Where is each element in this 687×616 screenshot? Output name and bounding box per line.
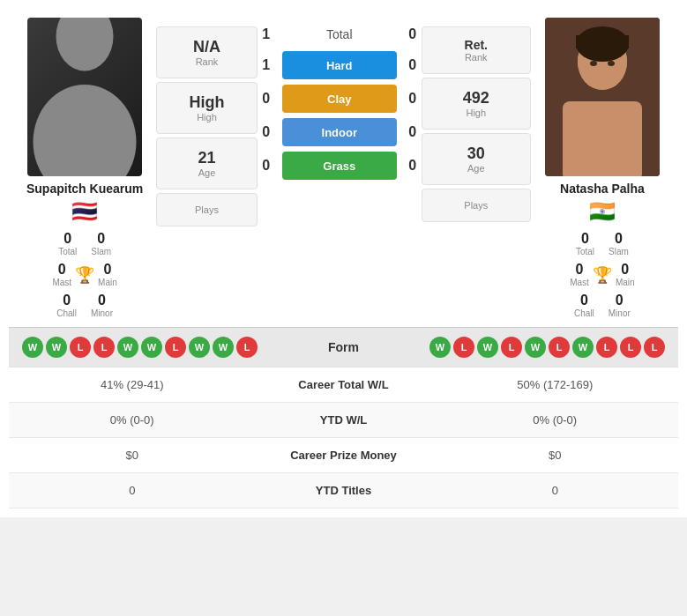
clay-score-right: 0 [404, 91, 422, 107]
right-minor-label: Minor [609, 308, 631, 318]
form-pill: W [213, 337, 234, 358]
right-chall-stat: 0 Chall [574, 293, 594, 318]
left-high-value: High [164, 93, 250, 112]
left-chall-value: 0 [63, 293, 71, 308]
form-pill: L [501, 337, 522, 358]
left-total-label: Total [58, 247, 77, 256]
main-container: Supapitch Kuearum 🇹🇭 0 Total 0 Slam 0 [0, 0, 687, 517]
grass-score-left: 0 [258, 158, 275, 174]
right-slam-label: Slam [609, 247, 629, 256]
right-player-flag: 🇮🇳 [589, 199, 616, 224]
right-stat-row-2: 0 Mast 🏆 0 Main [531, 262, 674, 287]
left-age-value: 21 [164, 149, 250, 167]
left-minor-value: 0 [98, 293, 106, 308]
stats-row: 0% (0-0) YTD W/L 0% (0-0) [9, 403, 678, 438]
svg-point-0 [56, 18, 114, 71]
grass-score-row: 0 Grass 0 [258, 152, 422, 180]
form-pill: L [596, 337, 617, 358]
stats-middle-label: Career Total W/L [256, 367, 432, 402]
form-pill: W [525, 337, 546, 358]
left-rank-label: Rank [164, 56, 250, 67]
left-middle-info: N/A Rank High High 21 Age Plays [156, 18, 258, 318]
form-pill: L [549, 337, 570, 358]
left-mast-label: Mast [52, 278, 71, 287]
form-section: WWLLWWLWWL Form WLWLWLWLLL [9, 327, 678, 367]
form-pill: W [141, 337, 162, 358]
left-minor-label: Minor [91, 308, 113, 318]
form-pill: W [477, 337, 498, 358]
clay-court-badge: Clay [282, 85, 397, 113]
right-high-value: 492 [429, 89, 523, 108]
right-main-stat: 0 Main [616, 262, 635, 287]
stats-right-value: 0% (0-0) [432, 403, 679, 437]
form-label: Form [328, 340, 359, 354]
form-pill: L [93, 337, 115, 358]
hard-score-left: 1 [258, 57, 275, 73]
left-slam-stat: 0 Slam [91, 231, 111, 256]
left-form-pills: WWLLWWLWWL [22, 337, 258, 358]
left-stat-row-2: 0 Mast 🏆 0 Main [13, 262, 156, 287]
left-stat-row-1: 0 Total 0 Slam [13, 231, 156, 256]
total-score-right: 0 [404, 26, 422, 42]
left-age-label: Age [164, 167, 250, 178]
form-pill: L [165, 337, 186, 358]
right-main-value: 0 [621, 262, 629, 278]
right-total-stat: 0 Total [576, 231, 594, 256]
indoor-court-badge: Indoor [282, 118, 397, 146]
right-slam-value: 0 [615, 231, 623, 247]
right-chall-label: Chall [574, 308, 594, 318]
right-total-label: Total [576, 247, 594, 256]
right-form-pills: WLWLWLWLLL [429, 337, 665, 358]
right-minor-value: 0 [616, 293, 624, 308]
clay-score-row: 0 Clay 0 [258, 85, 422, 113]
right-slam-stat: 0 Slam [609, 231, 629, 256]
top-section: Supapitch Kuearum 🇹🇭 0 Total 0 Slam 0 [9, 9, 678, 327]
svg-rect-7 [576, 35, 629, 48]
form-pill: L [453, 337, 474, 358]
form-pill: W [117, 337, 138, 358]
right-high-box: 492 High [422, 78, 531, 130]
right-rank-value: Ret. [429, 38, 523, 52]
right-rank-label: Rank [429, 52, 523, 63]
stats-left-value: 41% (29-41) [9, 367, 256, 402]
svg-point-8 [590, 61, 597, 66]
indoor-score-row: 0 Indoor 0 [258, 118, 422, 146]
right-mast-stat: 0 Mast [570, 262, 589, 287]
right-mast-label: Mast [570, 278, 589, 287]
right-high-label: High [429, 108, 523, 118]
right-plays-box: Plays [422, 189, 531, 222]
left-age-box: 21 Age [156, 137, 258, 189]
form-pill: L [70, 337, 91, 358]
right-mast-value: 0 [576, 262, 584, 278]
right-rank-box: Ret. Rank [422, 26, 531, 74]
left-total-value: 0 [63, 231, 71, 247]
right-stat-row-1: 0 Total 0 Slam [531, 231, 674, 256]
right-player-stats: 0 Total 0 Slam 0 Mast 🏆 0 [531, 231, 674, 318]
indoor-score-left: 0 [258, 124, 275, 140]
stats-middle-label: YTD W/L [256, 403, 432, 437]
left-plays-label: Plays [164, 204, 250, 215]
left-player-flag: 🇹🇭 [71, 199, 98, 224]
left-rank-value: N/A [164, 38, 250, 56]
left-total-stat: 0 Total [58, 231, 77, 256]
right-total-value: 0 [581, 231, 589, 247]
left-chall-stat: 0 Chall [56, 293, 77, 318]
right-plays-label: Plays [429, 200, 523, 211]
stats-row: $0 Career Prize Money $0 [9, 438, 678, 473]
hard-court-badge: Hard [282, 51, 397, 79]
total-score-row: 1 Total 0 [258, 26, 422, 42]
total-score-left: 1 [258, 26, 275, 42]
left-rank-box: N/A Rank [156, 26, 258, 78]
svg-point-1 [34, 85, 137, 176]
grass-court-badge: Grass [282, 152, 397, 180]
stats-left-value: $0 [9, 438, 256, 472]
stats-right-value: 0 [432, 473, 679, 508]
right-age-label: Age [429, 163, 523, 174]
stats-row: 0 YTD Titles 0 [9, 473, 678, 508]
right-player-card: Natasha Palha 🇮🇳 0 Total 0 Slam 0 [531, 18, 674, 318]
hard-score-right: 0 [404, 57, 422, 73]
left-high-box: High High [156, 82, 258, 134]
left-slam-label: Slam [91, 247, 111, 256]
left-trophy-icon: 🏆 [75, 265, 94, 285]
left-main-label: Main [98, 278, 117, 287]
